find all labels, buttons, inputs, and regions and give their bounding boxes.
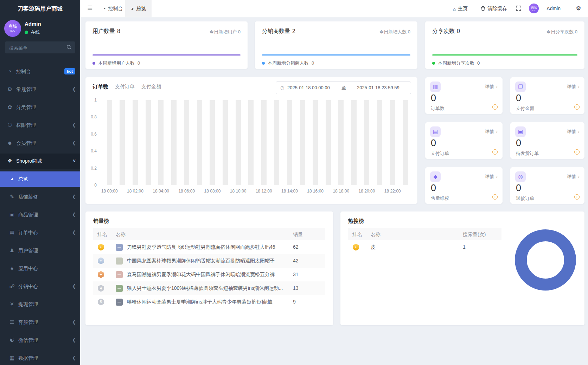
- sidebar-item-订单中心[interactable]: ▤订单中心❮: [0, 225, 80, 241]
- chart-background-bar: [197, 100, 202, 185]
- home-link[interactable]: ⌂主页: [453, 0, 468, 17]
- x-axis-tick-label: 18 18:00: [333, 189, 349, 194]
- navbar-avatar[interactable]: 商城 B2C: [529, 4, 539, 13]
- search-input[interactable]: [8, 41, 64, 54]
- sidebar-item-常规管理[interactable]: ⚙常规管理❮: [0, 82, 80, 97]
- sidebar-item-店铺装修[interactable]: ✎店铺装修❮: [0, 189, 80, 205]
- stat-title-text: 分享次数: [432, 28, 455, 34]
- x-axis-tick-label: 18 10:00: [230, 189, 247, 194]
- sidebar-user-block: 商城 · B2C · Admin 在线: [0, 19, 80, 38]
- col-header-rank: 排名: [348, 228, 371, 240]
- chart-background-bar: [274, 100, 279, 185]
- gear-icon: ⚙: [576, 5, 581, 11]
- detail-link[interactable]: 详情›: [567, 129, 580, 135]
- sidebar-item-商品管理[interactable]: ▣商品管理❮: [0, 207, 80, 223]
- detail-link[interactable]: 详情›: [485, 84, 498, 90]
- table-row[interactable]: ✦刀锋男鞋夏季透气防臭飞织运动鞋男潮流百搭休闲网面跑步鞋大码4662: [93, 240, 325, 254]
- table-row[interactable]: ✦森马国潮短裤男夏季潮印花大码中国风裤子休闲嘻哈潮流宽松五分裤31: [93, 268, 325, 281]
- sidebar-item-label: 应用中心: [18, 266, 38, 272]
- orders-chart-icon: ▥: [430, 82, 441, 92]
- detail-link[interactable]: 详情›: [567, 84, 580, 90]
- y-axis-tick-label: 0.4: [83, 149, 97, 154]
- gears-icon: ⚙: [6, 86, 13, 92]
- chart-background-bar: [236, 100, 241, 185]
- tab-dashboard[interactable]: ◔控制台: [97, 0, 128, 17]
- col-header-rank: 排名: [93, 228, 116, 240]
- sidebar-item-数据管理[interactable]: ▦数据管理❮: [0, 351, 80, 365]
- sidebar-item-label: 常规管理: [16, 86, 36, 93]
- sidebar-item-总览[interactable]: ◕总览: [0, 171, 80, 187]
- cell-value: 1: [463, 240, 501, 254]
- sidebar-item-label: 微信管理: [18, 337, 38, 344]
- admin-menu[interactable]: Admin: [547, 0, 561, 17]
- x-axis-tick-label: 18 22:00: [384, 189, 401, 194]
- mini-card-支付金额: ❒详情›0支付金额!: [510, 77, 584, 114]
- clear-cache-button[interactable]: 清除缓存: [481, 0, 507, 17]
- fullscreen-icon: [516, 6, 521, 11]
- sidebar-item-应用中心[interactable]: ★应用中心: [0, 261, 80, 276]
- table-row[interactable]: 5嘻哈休闲运动套装男士夏季潮牌ins胖子大码青少年男装短裤短袖t恤9: [93, 295, 325, 309]
- sidebar-item-分销中心[interactable]: ☍分销中心❮: [0, 279, 80, 294]
- chevron-left-icon: ❮: [72, 337, 76, 343]
- x-axis-tick-label: 18 06:00: [178, 189, 195, 194]
- cell-rank: 4: [93, 285, 116, 292]
- legend-label: 本周新增分销商人数: [268, 60, 309, 66]
- chart-tab-paid-orders[interactable]: 支付订单: [115, 84, 135, 90]
- mini-card-待发货订单: ▣详情›0待发货订单!: [510, 122, 584, 159]
- sidebar-item-客服管理[interactable]: ☰客服管理❮: [0, 315, 80, 330]
- product-name: 嘻哈休闲运动套装男士夏季潮牌ins胖子大码青少年男装短裤短袖t恤: [127, 295, 273, 309]
- chevron-left-icon: ❮: [72, 283, 76, 289]
- sidebar-item-分类管理[interactable]: ✿分类管理: [0, 100, 80, 115]
- chart-background-bar: [300, 100, 305, 185]
- chevron-right-icon: ›: [496, 129, 498, 134]
- stat-card-title: 分销商数量2: [262, 28, 295, 35]
- sidebar-item-Shopro商城[interactable]: ❖Shopro商城∨: [0, 154, 80, 169]
- chevron-left-icon: ❮: [72, 319, 76, 325]
- chart-background-bar: [146, 100, 151, 185]
- mini-card-value: 0: [516, 183, 521, 194]
- mini-cards-grid: ▥详情›0订单数!❒详情›0支付金额!▤详情›0支付订单!▣详情›0待发货订单!…: [425, 77, 584, 204]
- table-header-row: 排名名称搜索量(次): [348, 228, 501, 240]
- yen-icon: ¥: [8, 301, 15, 307]
- stat-sparkline: [262, 54, 410, 56]
- order-icon: ▤: [8, 229, 15, 236]
- leaf-icon: ✿: [6, 104, 13, 110]
- sidebar-item-微信管理[interactable]: ☯微信管理❮: [0, 333, 80, 348]
- legend-dot: [262, 62, 265, 65]
- product-name: 猫人男士睡衣男夏季100%纯棉薄款圆领套头短袖套装男ins潮休闲运动...: [127, 281, 283, 295]
- date-end-input[interactable]: 2025-01-18 23:59:59: [357, 82, 400, 94]
- users-icon: ⚇: [6, 122, 13, 128]
- chart-background-bar: [351, 100, 357, 185]
- hot-search-table: 排名名称搜索量(次)✦皮1: [348, 228, 501, 254]
- chart-tab-paid-amount[interactable]: 支付金额: [141, 84, 161, 90]
- fullscreen-button[interactable]: [516, 0, 521, 17]
- hamburger-icon[interactable]: ☰: [87, 5, 92, 12]
- date-start-input[interactable]: 2025-01-18 00:00:00: [287, 82, 330, 94]
- y-axis-tick-label: 0.8: [83, 115, 97, 119]
- date-range-picker[interactable]: ◷ 2025-01-18 00:00:00 至 2025-01-18 23:59…: [276, 82, 411, 94]
- sidebar-item-会员管理[interactable]: ☻会员管理❮: [0, 136, 80, 151]
- sidebar: 刀客源码用户商城 商城 · B2C · Admin 在线 ◔控制台hot⚙常规管…: [0, 0, 80, 365]
- sidebar-item-权限管理[interactable]: ⚇权限管理❮: [0, 118, 80, 133]
- tab-overview[interactable]: ◕总览: [125, 0, 152, 17]
- user-name: Admin: [25, 21, 41, 27]
- main-content: 用户数量8今日新增用户 0本周新增用户人数0分销商数量2今日新增人数 0本周新增…: [80, 17, 588, 365]
- sidebar-item-控制台[interactable]: ◔控制台hot: [0, 64, 80, 79]
- mini-card-订单数: ▥详情›0订单数!: [425, 77, 503, 114]
- chart-tab-orders[interactable]: 订单数: [92, 84, 108, 90]
- avatar[interactable]: 商城 · B2C ·: [4, 20, 21, 37]
- mini-card-支付订单: ▤详情›0支付订单!: [425, 122, 503, 159]
- table-row[interactable]: ✦皮1: [348, 240, 501, 254]
- sidebar-item-用户管理[interactable]: ♟用户管理: [0, 243, 80, 259]
- table-row[interactable]: 4猫人男士睡衣男夏季100%纯棉薄款圆领套头短袖套装男ins潮休闲运动...13: [93, 281, 325, 295]
- detail-link[interactable]: 详情›: [567, 174, 580, 180]
- sidebar-item-提现管理[interactable]: ¥提现管理: [0, 297, 80, 312]
- settings-button[interactable]: ⚙: [576, 0, 581, 17]
- detail-link[interactable]: 详情›: [485, 174, 498, 180]
- detail-link[interactable]: 详情›: [485, 129, 498, 135]
- sidebar-item-label: 总览: [18, 176, 28, 182]
- sales-rank-title: 销量榜: [93, 218, 109, 224]
- table-row[interactable]: ✦中国风龙图案棒球帽男潮牌休闲鸭舌帽女潮流百搭防晒遮阳太阳帽子42: [93, 254, 325, 268]
- order-bar-chart: 10.80.60.40.2018 00:0018 02:0018 04:0018…: [103, 100, 412, 185]
- user-icon: ♟: [8, 247, 15, 254]
